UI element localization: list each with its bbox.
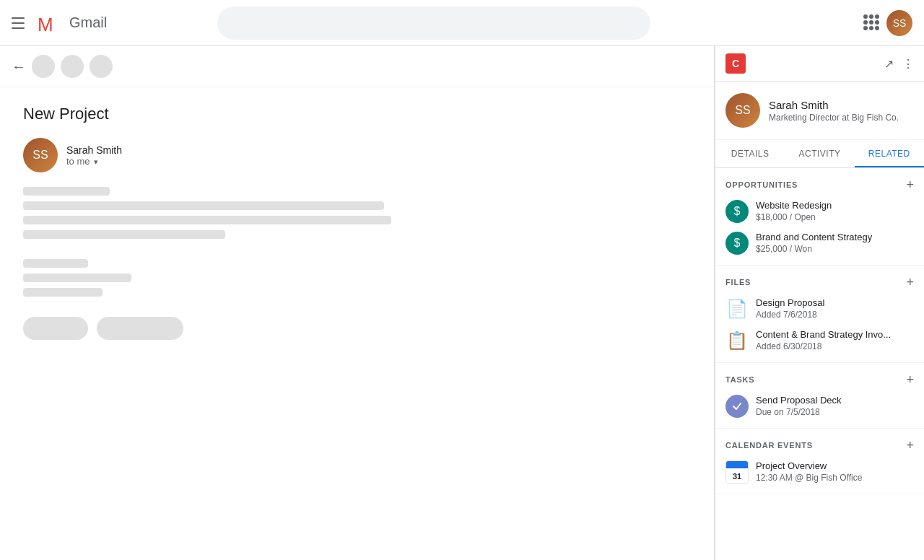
external-link-icon[interactable]: ↗ xyxy=(884,57,894,71)
calendar-events-section: CALENDAR EVENTS + 31 Project Overview 12… xyxy=(715,429,924,494)
more-options-icon[interactable]: ⋮ xyxy=(902,57,914,71)
task-name-1[interactable]: Send Proposal Deck xyxy=(756,395,842,406)
apps-icon[interactable] xyxy=(863,14,881,32)
top-right-actions: SS xyxy=(863,10,912,36)
tab-activity[interactable]: ACTIVITY xyxy=(785,140,854,167)
file-sub-1: Added 7/6/2018 xyxy=(756,310,824,320)
add-file-button[interactable]: + xyxy=(906,276,914,289)
opportunity-item-2: $ Brand and Content Strategy $25,000 / W… xyxy=(725,232,914,255)
sender-to-label[interactable]: to me ▾ xyxy=(66,156,122,167)
files-header: FILES + xyxy=(725,276,914,289)
email-panel: ← New Project SS Sarah Smith to me ▾ xyxy=(0,46,715,560)
tasks-title: TASKS xyxy=(725,375,754,384)
crm-logo: C xyxy=(725,53,746,74)
file-icon-2: 📋 xyxy=(725,329,749,352)
toolbar-btn-1[interactable] xyxy=(32,55,55,78)
back-button[interactable]: ← xyxy=(12,58,26,75)
email-content xyxy=(23,187,691,340)
task-item-1: Send Proposal Deck Due on 7/5/2018 xyxy=(725,395,914,418)
toolbar-btn-3[interactable] xyxy=(90,55,113,78)
add-calendar-event-button[interactable]: + xyxy=(906,439,914,452)
gmail-text-label: Gmail xyxy=(69,14,107,31)
main-content: ← New Project SS Sarah Smith to me ▾ xyxy=(0,46,924,560)
calendar-icon-1: 31 xyxy=(725,460,749,484)
file-sub-2: Added 6/30/2018 xyxy=(756,341,891,351)
svg-text:M: M xyxy=(38,14,53,34)
skeleton-line xyxy=(23,230,225,239)
file-icon-1: 📄 xyxy=(725,297,749,320)
skeleton-line xyxy=(23,187,110,196)
email-toolbar: ← xyxy=(0,46,714,87)
skeleton-line xyxy=(23,201,384,210)
task-icon-1 xyxy=(725,395,749,418)
add-opportunity-button[interactable]: + xyxy=(906,178,914,191)
contact-name: Sarah Smith xyxy=(769,99,899,111)
opportunity-sub-2: $25,000 / Won xyxy=(756,244,872,254)
calendar-event-item-1: 31 Project Overview 12:30 AM @ Big Fish … xyxy=(725,460,914,484)
files-section: FILES + 📄 Design Proposal Added 7/6/2018… xyxy=(715,266,924,363)
opportunity-icon-2: $ xyxy=(725,232,749,255)
contact-section: SS Sarah Smith Marketing Director at Big… xyxy=(715,82,924,140)
file-name-1[interactable]: Design Proposal xyxy=(756,297,824,308)
opportunity-icon-1: $ xyxy=(725,200,749,223)
header-icons: ↗ ⋮ xyxy=(884,57,914,71)
task-content-1: Send Proposal Deck Due on 7/5/2018 xyxy=(756,395,842,417)
skeleton-btn-1 xyxy=(23,317,88,340)
sender-name: Sarah Smith xyxy=(66,144,122,156)
file-item-2: 📋 Content & Brand Strategy Invo... Added… xyxy=(725,329,914,352)
calendar-event-name-1[interactable]: Project Overview xyxy=(756,460,862,471)
search-bar[interactable] xyxy=(217,6,650,40)
task-sub-1: Due on 7/5/2018 xyxy=(756,407,842,417)
file-item-1: 📄 Design Proposal Added 7/6/2018 xyxy=(725,297,914,320)
tabs: DETAILS ACTIVITY RELATED xyxy=(715,140,924,168)
skeleton-group-1 xyxy=(23,187,691,239)
contact-title: Marketing Director at Big Fish Co. xyxy=(769,113,899,123)
opportunity-content-1: Website Redesign $18,000 / Open xyxy=(756,200,832,222)
opportunity-sub-1: $18,000 / Open xyxy=(756,212,832,222)
opportunities-title: OPPORTUNITIES xyxy=(725,180,798,189)
opportunity-name-1[interactable]: Website Redesign xyxy=(756,200,832,211)
tasks-header: TASKS + xyxy=(725,373,914,386)
sender-row: SS Sarah Smith to me ▾ xyxy=(23,138,691,172)
checkmark-icon xyxy=(731,401,743,412)
email-body: New Project SS Sarah Smith to me ▾ xyxy=(0,87,714,357)
calendar-event-content-1: Project Overview 12:30 AM @ Big Fish Off… xyxy=(756,460,862,483)
opportunity-content-2: Brand and Content Strategy $25,000 / Won xyxy=(756,232,872,254)
tab-details[interactable]: DETAILS xyxy=(715,140,785,167)
file-content-1: Design Proposal Added 7/6/2018 xyxy=(756,297,824,320)
contact-avatar: SS xyxy=(725,93,760,128)
add-task-button[interactable]: + xyxy=(906,373,914,386)
toolbar-btn-2[interactable] xyxy=(61,55,84,78)
contact-info: Sarah Smith Marketing Director at Big Fi… xyxy=(769,99,899,123)
sender-avatar: SS xyxy=(23,138,58,172)
top-bar: M Gmail SS xyxy=(0,0,924,46)
right-panel: C ↗ ⋮ SS Sarah Smith Marketing Director … xyxy=(715,46,924,560)
user-avatar[interactable]: SS xyxy=(886,10,912,36)
gmail-m-icon: M xyxy=(38,12,66,34)
menu-icon[interactable] xyxy=(12,17,29,29)
skeleton-buttons xyxy=(23,317,691,340)
calendar-event-sub-1: 12:30 AM @ Big Fish Office xyxy=(756,473,862,483)
skeleton-line xyxy=(23,288,103,297)
skeleton-group-2 xyxy=(23,259,691,297)
calendar-events-header: CALENDAR EVENTS + xyxy=(725,439,914,452)
sender-info: Sarah Smith to me ▾ xyxy=(66,144,122,167)
opportunities-header: OPPORTUNITIES + xyxy=(725,178,914,191)
gmail-logo: M Gmail xyxy=(38,12,107,34)
file-content-2: Content & Brand Strategy Invo... Added 6… xyxy=(756,329,891,351)
email-subject: New Project xyxy=(23,105,691,123)
right-panel-header: C ↗ ⋮ xyxy=(715,46,924,82)
skeleton-line xyxy=(23,216,391,224)
files-title: FILES xyxy=(725,278,751,286)
skeleton-line xyxy=(23,259,88,268)
skeleton-btn-2 xyxy=(97,317,183,340)
opportunity-name-2[interactable]: Brand and Content Strategy xyxy=(756,232,872,242)
opportunities-section: OPPORTUNITIES + $ Website Redesign $18,0… xyxy=(715,168,924,266)
tab-related[interactable]: RELATED xyxy=(855,140,924,167)
file-name-2[interactable]: Content & Brand Strategy Invo... xyxy=(756,329,891,340)
skeleton-line xyxy=(23,274,131,282)
opportunity-item-1: $ Website Redesign $18,000 / Open xyxy=(725,200,914,223)
tasks-section: TASKS + Send Proposal Deck Due on 7/5/20… xyxy=(715,363,924,429)
calendar-events-title: CALENDAR EVENTS xyxy=(725,441,813,450)
